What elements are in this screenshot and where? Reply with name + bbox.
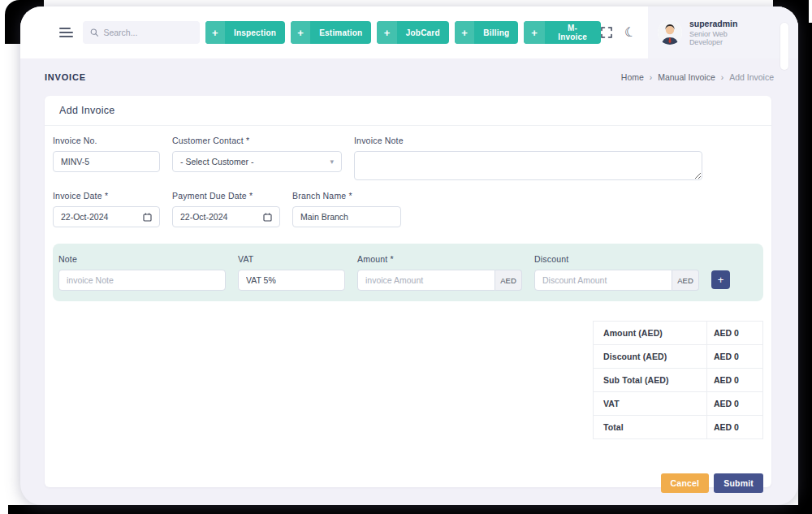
breadcrumb-add-invoice: Add Invoice (729, 72, 774, 82)
submit-button[interactable]: Submit (714, 473, 763, 493)
add-line-item-button[interactable]: + (711, 270, 730, 289)
quick-add-estimation-button[interactable]: + Estimation (291, 21, 371, 44)
customer-contact-select[interactable]: - Select Customer - ▾ (172, 151, 342, 172)
quick-add-m-invoice-button[interactable]: + M-Invoice (524, 21, 600, 44)
line-item-panel: Note VAT Amount * AED Discount (53, 244, 763, 301)
quick-add-billing-button[interactable]: + Billing (455, 21, 519, 44)
plus-icon: + (455, 21, 475, 44)
plus-icon: + (524, 21, 544, 44)
summary-row-vat: VAT AED 0 (594, 392, 762, 416)
amount-currency-addon: AED (495, 270, 522, 291)
quick-button-label: Estimation (310, 21, 371, 44)
chevron-down-icon: ▾ (330, 158, 334, 166)
line-note-input[interactable] (58, 270, 226, 291)
menu-toggle-icon[interactable] (59, 25, 73, 40)
line-vat-label: VAT (238, 254, 345, 264)
page-title: INVOICE (45, 72, 86, 82)
summary-label: Total (594, 416, 706, 438)
summary-table: Amount (AED) AED 0 Discount (AED) AED 0 … (593, 321, 763, 439)
card-title: Add Invoice (45, 96, 771, 126)
line-vat-input[interactable] (238, 270, 345, 291)
invoice-note-textarea[interactable] (354, 151, 702, 180)
frame-edge-right (798, 23, 812, 514)
summary-label: VAT (594, 392, 706, 415)
invoice-no-label: Invoice No. (53, 136, 160, 145)
invoice-note-label: Invoice Note (354, 136, 702, 145)
summary-row-subtotal: Sub Total (AED) AED 0 (594, 369, 762, 392)
dark-mode-icon[interactable]: ☾ (623, 25, 637, 41)
add-invoice-card: Add Invoice Invoice No. Customer Contact… (45, 96, 771, 487)
breadcrumb: Home › Manual Invoice › Add Invoice (621, 72, 774, 82)
line-note-label: Note (58, 254, 226, 264)
summary-label: Sub Total (AED) (594, 369, 706, 391)
summary-value: AED 0 (706, 345, 762, 368)
plus-icon: + (205, 21, 225, 44)
user-name: superadmin (689, 19, 761, 28)
breadcrumb-home[interactable]: Home (621, 72, 644, 82)
search-box (83, 21, 200, 44)
app-window: + Inspection + Estimation + JobCard + Bi… (20, 6, 798, 505)
payment-due-date-input[interactable]: 22-Oct-2024 (172, 206, 280, 227)
summary-value: AED 0 (706, 392, 762, 415)
top-navbar: + Inspection + Estimation + JobCard + Bi… (20, 6, 798, 58)
branch-name-input[interactable] (292, 206, 401, 227)
invoice-date-input[interactable]: 22-Oct-2024 (53, 206, 160, 227)
summary-row-amount: Amount (AED) AED 0 (594, 322, 762, 345)
invoice-date-label: Invoice Date * (53, 191, 160, 201)
quick-add-jobcard-button[interactable]: + JobCard (377, 21, 448, 44)
quick-button-label: M-Invoice (545, 21, 601, 44)
calendar-icon (143, 213, 152, 222)
summary-row-total: Total AED 0 (594, 416, 762, 439)
discount-currency-addon: AED (672, 270, 699, 291)
fullscreen-icon[interactable] (601, 27, 612, 38)
breadcrumb-separator: › (644, 73, 658, 82)
user-role: Senior Web Developer (689, 30, 761, 46)
customer-contact-label: Customer Contact * (172, 136, 342, 145)
summary-value: AED 0 (706, 416, 762, 438)
user-profile[interactable]: superadmin Senior Web Developer (648, 6, 798, 58)
breadcrumb-separator: › (715, 73, 729, 82)
quick-add-inspection-button[interactable]: + Inspection (205, 21, 285, 44)
form-actions: Cancel Submit (53, 473, 763, 493)
quick-button-label: Billing (474, 21, 518, 44)
avatar (658, 20, 682, 45)
branch-name-label: Branch Name * (292, 191, 401, 201)
payment-due-date-label: Payment Due Date * (172, 191, 280, 201)
plus-icon: + (377, 21, 396, 44)
frame-edge-bottom (8, 505, 812, 514)
line-amount-input[interactable] (357, 270, 495, 291)
line-amount-label: Amount * (357, 254, 522, 264)
line-discount-input[interactable] (534, 270, 672, 291)
quick-button-label: JobCard (397, 21, 449, 44)
summary-value: AED 0 (706, 369, 762, 391)
invoice-date-value: 22-Oct-2024 (61, 212, 108, 222)
payment-due-date-value: 22-Oct-2024 (180, 212, 227, 222)
page-header: INVOICE Home › Manual Invoice › Add Invo… (20, 58, 798, 96)
summary-label: Amount (AED) (594, 322, 706, 344)
search-icon (90, 28, 98, 37)
invoice-no-input[interactable] (53, 151, 160, 172)
summary-label: Discount (AED) (594, 345, 706, 368)
scrollbar-thumb[interactable] (780, 23, 788, 70)
customer-contact-selected-value: - Select Customer - (180, 157, 253, 166)
summary-value: AED 0 (706, 322, 762, 344)
line-discount-label: Discount (534, 254, 699, 264)
summary-row-discount: Discount (AED) AED 0 (594, 345, 762, 369)
calendar-icon (263, 213, 272, 222)
cancel-button[interactable]: Cancel (661, 473, 710, 493)
quick-button-label: Inspection (225, 21, 285, 44)
plus-icon: + (291, 21, 310, 44)
search-input[interactable] (103, 28, 192, 37)
breadcrumb-manual-invoice[interactable]: Manual Invoice (658, 72, 715, 82)
